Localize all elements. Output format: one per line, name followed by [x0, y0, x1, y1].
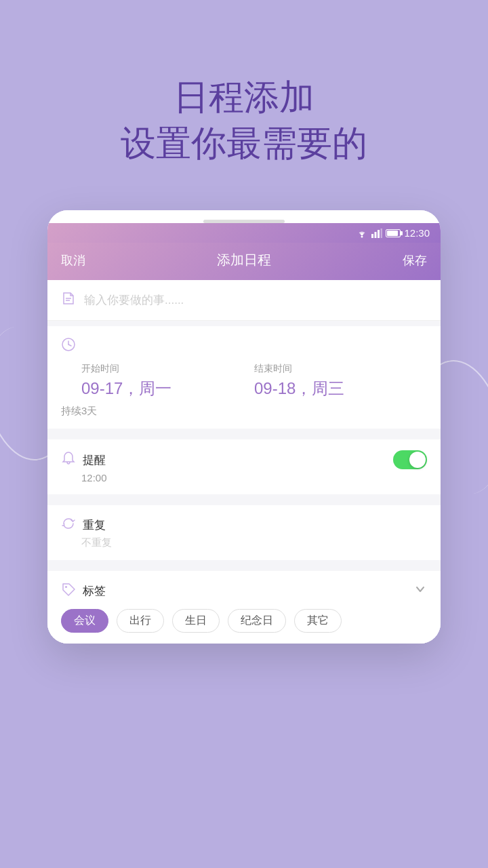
svg-rect-4 [381, 229, 383, 238]
battery-fill [387, 231, 398, 236]
tag-travel[interactable]: 出行 [117, 609, 164, 633]
start-time-col[interactable]: 开始时间 09-17，周一 [81, 363, 254, 399]
start-time-value: 09-17，周一 [81, 378, 254, 399]
tag-anniversary[interactable]: 纪念日 [228, 609, 286, 633]
task-input-section[interactable]: 输入你要做的事...... [47, 280, 441, 321]
repeat-icon [61, 516, 76, 534]
tag-header-left: 标签 [61, 582, 106, 599]
repeat-row: 重复 [61, 516, 427, 534]
drag-indicator [203, 220, 285, 223]
tag-meeting[interactable]: 会议 [61, 609, 108, 633]
divider-1 [47, 321, 441, 326]
divider-4 [47, 560, 441, 566]
cancel-button[interactable]: 取消 [61, 252, 85, 269]
svg-point-0 [361, 235, 363, 237]
duration-text: 持续3天 [61, 405, 427, 418]
nav-title: 添加日程 [217, 251, 271, 269]
divider-3 [47, 494, 441, 500]
save-button[interactable]: 保存 [403, 252, 427, 269]
tag-label-icon [61, 582, 76, 599]
divider-2 [47, 429, 441, 434]
time-header [61, 337, 427, 355]
svg-point-10 [65, 586, 67, 588]
tag-buttons: 会议 出行 生日 纪念日 其它 [61, 609, 427, 633]
start-time-label: 开始时间 [81, 363, 254, 375]
svg-line-9 [68, 344, 71, 346]
reminder-bell-icon [61, 451, 76, 469]
tag-section: 标签 会议 出行 生日 纪念日 其它 [47, 571, 441, 644]
reminder-time: 12:00 [61, 472, 427, 484]
svg-rect-3 [378, 230, 380, 238]
time-grid: 开始时间 09-17，周一 结束时间 09-18，周三 [61, 363, 427, 399]
toggle-knob [409, 452, 426, 468]
tag-birthday[interactable]: 生日 [172, 609, 220, 633]
nav-bar: 取消 添加日程 保存 [47, 243, 441, 280]
status-icons: 12:30 [356, 227, 430, 239]
header-line2: 设置你最需要的 [0, 121, 488, 167]
battery-icon [386, 229, 401, 237]
reminder-toggle[interactable] [393, 450, 427, 469]
svg-rect-2 [375, 232, 377, 238]
reminder-title: 提醒 [83, 452, 106, 468]
header-section: 日程添加 设置你最需要的 [0, 75, 488, 166]
end-time-value: 09-18，周三 [254, 378, 427, 399]
content-area: 输入你要做的事...... 开始时间 09-17，周一 [47, 280, 441, 644]
status-bar: 12:30 [47, 223, 441, 243]
drag-indicator-area [47, 210, 441, 223]
wifi-icon [356, 229, 368, 238]
signal-icon [371, 229, 382, 238]
task-icon [61, 291, 76, 309]
repeat-section[interactable]: 重复 不重复 [47, 505, 441, 560]
task-input-placeholder[interactable]: 输入你要做的事...... [84, 292, 184, 308]
tag-other[interactable]: 其它 [294, 609, 342, 633]
chevron-down-icon[interactable] [413, 583, 427, 599]
phone-mockup: 12:30 取消 添加日程 保存 输入你要做的事...... [47, 210, 441, 644]
end-time-col[interactable]: 结束时间 09-18，周三 [254, 363, 427, 399]
header-line1: 日程添加 [0, 75, 488, 121]
svg-rect-1 [371, 234, 373, 238]
tag-title: 标签 [83, 583, 106, 599]
tag-header: 标签 [61, 582, 427, 599]
reminder-left: 提醒 [61, 451, 106, 469]
status-time: 12:30 [404, 227, 430, 239]
repeat-subtitle: 不重复 [61, 536, 427, 549]
repeat-title: 重复 [83, 517, 106, 533]
reminder-section: 提醒 12:00 [47, 439, 441, 494]
time-clock-icon [61, 337, 76, 355]
time-section: 开始时间 09-17，周一 结束时间 09-18，周三 持续3天 [47, 326, 441, 429]
end-time-label: 结束时间 [254, 363, 427, 375]
reminder-row: 提醒 [61, 450, 427, 469]
